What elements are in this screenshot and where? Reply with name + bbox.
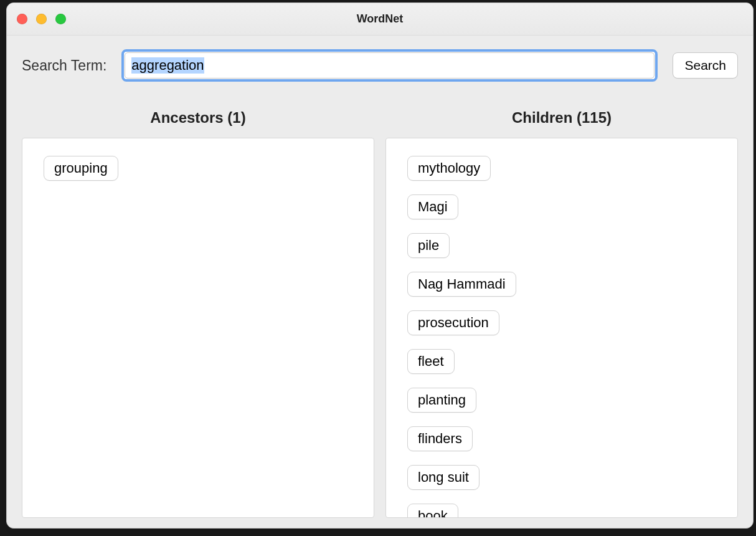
ancestors-heading: Ancestors (1): [22, 109, 374, 127]
children-item[interactable]: Nag Hammadi: [407, 272, 516, 297]
ancestors-panel: grouping: [22, 138, 374, 518]
children-item[interactable]: fleet: [407, 349, 455, 374]
ancestors-column: Ancestors (1) grouping: [22, 109, 374, 518]
minimize-icon[interactable]: [36, 14, 47, 24]
results: Ancestors (1) grouping Children (115) my…: [7, 87, 753, 528]
zoom-icon[interactable]: [55, 14, 66, 24]
children-item[interactable]: mythology: [407, 156, 491, 181]
search-bar: Search Term: Search: [7, 36, 753, 87]
search-input-wrap: [121, 49, 658, 82]
children-item[interactable]: book: [407, 504, 458, 518]
children-heading: Children (115): [385, 109, 738, 127]
wordnet-window: WordNet Search Term: Search Ancestors (1…: [6, 2, 754, 529]
children-column: Children (115) mythologyMagipileNag Hamm…: [385, 109, 738, 518]
search-button[interactable]: Search: [673, 52, 738, 79]
children-panel: mythologyMagipileNag Hammadiprosecutionf…: [385, 138, 738, 518]
search-label: Search Term:: [22, 57, 106, 74]
children-item[interactable]: planting: [407, 388, 476, 413]
window-title: WordNet: [357, 12, 404, 26]
children-item[interactable]: prosecution: [407, 310, 499, 335]
ancestors-item[interactable]: grouping: [44, 156, 118, 181]
close-icon[interactable]: [17, 14, 27, 24]
children-item[interactable]: flinders: [407, 426, 473, 451]
children-list: mythologyMagipileNag Hammadiprosecutionf…: [407, 156, 716, 518]
titlebar: WordNet: [7, 3, 753, 36]
ancestors-list: grouping: [44, 156, 352, 181]
window-controls: [17, 3, 66, 35]
children-item[interactable]: long suit: [407, 465, 480, 490]
search-input[interactable]: [125, 52, 654, 79]
children-item[interactable]: pile: [407, 233, 450, 258]
children-item[interactable]: Magi: [407, 194, 458, 219]
